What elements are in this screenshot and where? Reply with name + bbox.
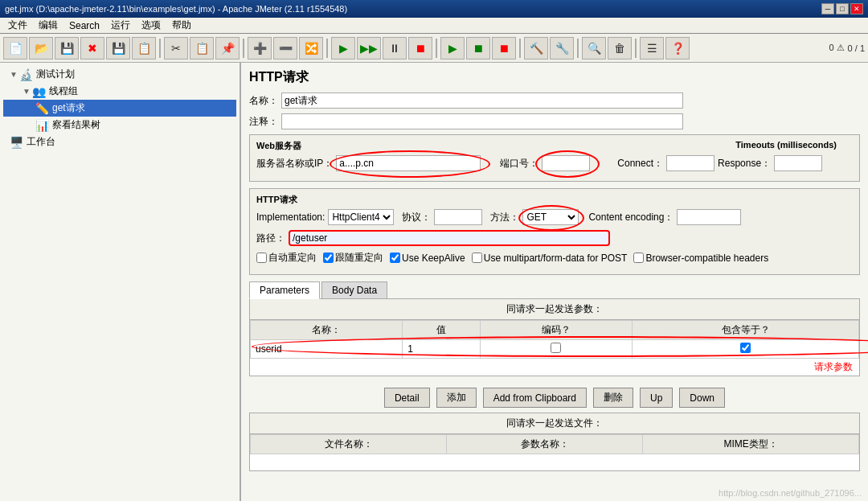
server-row: 服务器名称或IP： 端口号： Connect： Response： bbox=[256, 155, 853, 171]
add-button[interactable]: 添加 bbox=[436, 388, 477, 408]
param-value-value: 1 bbox=[407, 343, 413, 355]
add-button[interactable]: ➕ bbox=[248, 37, 272, 60]
template-button[interactable]: 🔨 bbox=[524, 37, 548, 60]
tab-body-data[interactable]: Body Data bbox=[321, 281, 387, 298]
port-input[interactable] bbox=[542, 155, 590, 171]
params-header: 同请求一起发送参数： bbox=[250, 299, 859, 320]
remote-stop2[interactable]: ⏹ bbox=[492, 37, 516, 60]
play-button[interactable]: ▶ bbox=[331, 37, 355, 60]
menu-search[interactable]: Search bbox=[64, 19, 104, 32]
server-input[interactable] bbox=[336, 155, 481, 171]
response-label: Response： bbox=[718, 157, 771, 170]
col-name: 名称： bbox=[251, 321, 403, 340]
tree-item-testplan[interactable]: ▼ 🔬 测试计划 bbox=[3, 66, 236, 83]
separator6 bbox=[577, 39, 579, 58]
impl-label: Implementation: bbox=[256, 211, 325, 223]
right-panel: HTTP请求 名称： 注释： Web服务器 Timeouts (millisec… bbox=[241, 63, 868, 501]
menu-file[interactable]: 文件 bbox=[3, 18, 32, 33]
workspace-label: 工作台 bbox=[27, 135, 55, 149]
name-input[interactable] bbox=[281, 92, 683, 109]
web-server-title: Web服务器 bbox=[256, 140, 301, 152]
response-input[interactable] bbox=[774, 155, 822, 171]
separator2 bbox=[243, 39, 244, 58]
comment-label: 注释： bbox=[249, 115, 278, 129]
files-header: 同请求一起发送文件： bbox=[250, 413, 859, 434]
encoding-input[interactable] bbox=[677, 209, 741, 225]
help-btn[interactable]: ❓ bbox=[665, 37, 690, 60]
menu-help[interactable]: 帮助 bbox=[167, 18, 196, 33]
param-include-checkbox[interactable] bbox=[740, 343, 751, 353]
path-row: 路径： bbox=[256, 230, 853, 246]
save-button[interactable]: 💾 bbox=[55, 37, 79, 60]
info-button[interactable]: 📋 bbox=[132, 37, 156, 60]
remote-start[interactable]: ▶ bbox=[440, 37, 465, 60]
tree-item-workspace[interactable]: 🖥️ 工作台 bbox=[3, 133, 236, 150]
up-action-button[interactable]: Up bbox=[640, 388, 673, 408]
pause-button[interactable]: ⏸ bbox=[383, 37, 407, 60]
name-label: 名称： bbox=[249, 94, 278, 108]
browser-compat-checkbox[interactable]: Browser-compatible headers bbox=[633, 253, 768, 264]
cut-button[interactable]: ✂ bbox=[164, 37, 188, 60]
menu-options[interactable]: 选项 bbox=[137, 18, 166, 33]
up-button[interactable]: 🔀 bbox=[299, 37, 323, 60]
remove-button[interactable]: ➖ bbox=[273, 37, 297, 60]
menu-edit[interactable]: 编辑 bbox=[34, 18, 63, 33]
detail-button[interactable]: Detail bbox=[384, 388, 430, 408]
paste-button[interactable]: 📌 bbox=[215, 37, 240, 60]
tree-item-resulttree[interactable]: 📊 察看结果树 bbox=[3, 117, 236, 133]
tree-item-getrequest[interactable]: ✏️ get请求 bbox=[3, 100, 236, 117]
expand-icon-2: ▼ bbox=[23, 87, 31, 96]
method-label: 方法： bbox=[490, 211, 519, 224]
col-value: 值 bbox=[403, 321, 481, 340]
path-input[interactable] bbox=[289, 230, 610, 246]
mime-col: MIME类型： bbox=[643, 435, 859, 454]
new-button[interactable]: 📄 bbox=[3, 37, 27, 60]
template2-button[interactable]: 🔧 bbox=[550, 37, 574, 60]
method-select[interactable]: GET POST PUT DELETE bbox=[522, 209, 579, 225]
menu-run[interactable]: 运行 bbox=[106, 18, 135, 33]
play-no-pause[interactable]: ▶▶ bbox=[357, 37, 381, 60]
down-button[interactable]: Down bbox=[679, 388, 725, 408]
param-encode-checkbox[interactable] bbox=[551, 343, 561, 353]
close-button[interactable]: ✕ bbox=[850, 3, 863, 14]
search-btn[interactable]: 🔍 bbox=[582, 37, 606, 60]
tab-parameters[interactable]: Parameters bbox=[249, 281, 320, 299]
auto-redirect-checkbox[interactable]: 自动重定向 bbox=[256, 251, 317, 265]
stop2-button[interactable]: ⏹ bbox=[408, 37, 432, 60]
follow-redirect-checkbox[interactable]: 跟随重定向 bbox=[323, 251, 383, 265]
impl-select[interactable]: HttpClient4 bbox=[328, 209, 394, 225]
params-container: 同请求一起发送参数： 名称： 值 编码？ 包含等于？ bbox=[249, 298, 860, 376]
maximize-button[interactable]: □ bbox=[836, 3, 849, 14]
keepalive-checkbox[interactable]: Use KeepAlive bbox=[390, 253, 465, 264]
remote-stop[interactable]: ⏹ bbox=[466, 37, 490, 60]
clear-button[interactable]: 🗑 bbox=[608, 37, 632, 60]
separator7 bbox=[635, 39, 637, 58]
connect-input[interactable] bbox=[666, 155, 714, 171]
protocol-label: 协议： bbox=[402, 211, 431, 224]
copy-button[interactable]: 📋 bbox=[190, 37, 214, 60]
protocol-input[interactable] bbox=[434, 209, 482, 225]
getrequest-icon: ✏️ bbox=[35, 102, 49, 115]
param-name-value: userid bbox=[256, 343, 282, 355]
save2-button[interactable]: 💾 bbox=[106, 37, 130, 60]
port-label: 端口号： bbox=[500, 157, 538, 170]
request-params-label: 请求参数 bbox=[814, 361, 853, 372]
add-from-clipboard-button[interactable]: Add from Clipboard bbox=[483, 388, 587, 408]
resulttree-label: 察看结果树 bbox=[52, 118, 100, 132]
delete-button[interactable]: 删除 bbox=[593, 388, 633, 408]
minimize-button[interactable]: ─ bbox=[821, 3, 834, 14]
list-button[interactable]: ☰ bbox=[640, 37, 664, 60]
col-include: 包含等于？ bbox=[633, 321, 859, 340]
title-bar: get.jmx (D:\apache-jmeter-2.11\bin\examp… bbox=[0, 0, 868, 18]
comment-input[interactable] bbox=[281, 113, 683, 129]
toolbar-status: 0 ⚠ 0 / 1 bbox=[829, 43, 865, 53]
separator5 bbox=[519, 39, 521, 58]
checkbox-row: 自动重定向 跟随重定向 Use KeepAlive Use multipart/… bbox=[256, 251, 853, 265]
run-count: 0 / 1 bbox=[848, 43, 865, 53]
open-button[interactable]: 📂 bbox=[29, 37, 53, 60]
multipart-checkbox[interactable]: Use multipart/form-data for POST bbox=[472, 253, 628, 264]
menu-bar: 文件 编辑 Search 运行 选项 帮助 bbox=[0, 18, 868, 34]
tree-item-threadgroup[interactable]: ▼ 👥 线程组 bbox=[3, 83, 236, 100]
stop-button[interactable]: ✖ bbox=[80, 37, 104, 60]
threadgroup-label: 线程组 bbox=[49, 84, 78, 98]
